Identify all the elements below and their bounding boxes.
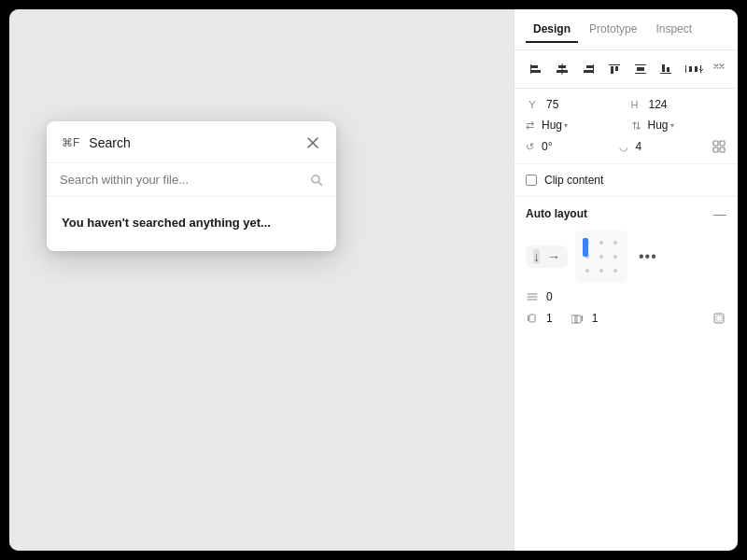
svg-rect-17 bbox=[667, 67, 669, 72]
grid-active-bar bbox=[583, 238, 588, 257]
spacing-row: 0 bbox=[526, 290, 726, 303]
right-panel: Design Prototype Inspect bbox=[514, 9, 738, 551]
grid-dot-8 bbox=[599, 269, 603, 273]
svg-rect-3 bbox=[530, 64, 531, 74]
corner-group: ◡ 4 bbox=[619, 140, 709, 153]
auto-layout-collapse-icon[interactable]: — bbox=[713, 206, 726, 221]
align-bottom-icon[interactable] bbox=[656, 58, 677, 80]
align-right-icon[interactable] bbox=[578, 58, 599, 80]
svg-rect-8 bbox=[584, 70, 593, 73]
padding-all-icon[interactable] bbox=[712, 311, 726, 326]
padding-left-value[interactable]: 1 bbox=[546, 312, 553, 325]
alignment-grid[interactable] bbox=[575, 231, 627, 283]
width-hug-label: Hug bbox=[542, 119, 562, 132]
grid-dot-7 bbox=[585, 269, 589, 273]
svg-rect-10 bbox=[611, 66, 613, 74]
grid-dot-2 bbox=[599, 241, 603, 245]
search-input[interactable] bbox=[60, 173, 303, 187]
corner-value[interactable]: 4 bbox=[636, 140, 709, 153]
rotation-group: ↺ 0° bbox=[526, 140, 615, 153]
rotation-value[interactable]: 0° bbox=[542, 140, 615, 153]
more-options-btn[interactable]: ••• bbox=[639, 248, 657, 265]
keyboard-shortcut-badge: ⌘F bbox=[62, 136, 79, 149]
y-value[interactable]: 75 bbox=[546, 98, 625, 111]
grid-dot-6 bbox=[613, 255, 617, 259]
padding-row: 1 1 bbox=[526, 311, 726, 326]
direction-right-btn[interactable]: → bbox=[547, 249, 560, 264]
tab-prototype[interactable]: Prototype bbox=[582, 17, 644, 43]
search-input-area bbox=[47, 163, 336, 197]
clip-content-checkbox[interactable] bbox=[526, 175, 537, 186]
distribute-dropdown-icon[interactable] bbox=[682, 58, 706, 80]
svg-rect-15 bbox=[635, 73, 646, 74]
search-popup-title: Search bbox=[89, 135, 130, 150]
search-close-button[interactable] bbox=[304, 134, 321, 151]
wh-hug-row: ⇄ Hug ▾ ⇄ Hug ▾ bbox=[526, 119, 726, 132]
width-icon: ⇄ bbox=[526, 119, 534, 132]
width-hug-dropdown[interactable]: Hug ▾ bbox=[542, 119, 568, 132]
svg-rect-31 bbox=[582, 315, 583, 321]
auto-layout-title: Auto layout bbox=[526, 207, 713, 220]
h-value[interactable]: 124 bbox=[649, 98, 727, 111]
direction-group: ↓ → bbox=[526, 245, 568, 268]
align-left-icon[interactable] bbox=[526, 58, 546, 80]
height-dropdown-arrow: ▾ bbox=[670, 121, 674, 130]
search-popup-header: ⌘F Search bbox=[47, 121, 336, 163]
collapse-icon[interactable] bbox=[712, 62, 726, 77]
search-empty-state: You haven't searched anything yet... bbox=[47, 197, 336, 251]
svg-rect-7 bbox=[586, 65, 593, 68]
search-popup: ⌘F Search You hav bbox=[47, 121, 336, 251]
search-empty-text: You haven't searched anything yet... bbox=[62, 216, 271, 230]
svg-rect-24 bbox=[720, 141, 725, 146]
padding-right-value[interactable]: 1 bbox=[592, 312, 599, 325]
clip-content-label: Clip content bbox=[544, 174, 603, 187]
svg-rect-16 bbox=[662, 64, 665, 72]
svg-rect-2 bbox=[530, 70, 541, 73]
padding-right-icon bbox=[571, 312, 585, 325]
rotation-icon: ↺ bbox=[526, 141, 534, 153]
distribute-v-icon[interactable] bbox=[630, 58, 651, 80]
tab-inspect[interactable]: Inspect bbox=[648, 17, 699, 43]
spacing-icon bbox=[526, 290, 539, 303]
svg-rect-1 bbox=[530, 65, 538, 68]
canvas-area: ⌘F Search You hav bbox=[9, 9, 514, 551]
svg-rect-21 bbox=[695, 66, 698, 72]
svg-rect-25 bbox=[713, 147, 718, 152]
svg-point-0 bbox=[312, 175, 319, 183]
align-center-h-icon[interactable] bbox=[552, 58, 572, 80]
width-dropdown-arrow: ▾ bbox=[564, 121, 568, 130]
svg-rect-18 bbox=[660, 73, 671, 74]
height-hug-dropdown[interactable]: Hug ▾ bbox=[648, 119, 674, 132]
svg-rect-28 bbox=[529, 315, 535, 322]
corner-icon: ◡ bbox=[619, 141, 628, 153]
search-icon bbox=[310, 174, 323, 187]
svg-rect-13 bbox=[637, 67, 644, 71]
svg-rect-11 bbox=[615, 66, 618, 71]
height-icon: ⇄ bbox=[630, 121, 642, 130]
rotation-corner-row: ↺ 0° ◡ 4 bbox=[526, 139, 726, 154]
svg-rect-32 bbox=[714, 314, 724, 323]
grid-dot-3 bbox=[613, 241, 617, 245]
constraints-icon[interactable] bbox=[712, 139, 726, 154]
tab-design[interactable]: Design bbox=[526, 17, 578, 43]
svg-rect-6 bbox=[561, 63, 562, 75]
svg-rect-26 bbox=[720, 147, 725, 152]
height-hug-label: Hug bbox=[648, 119, 669, 132]
spacing-value[interactable]: 0 bbox=[546, 290, 553, 303]
width-hug-group: ⇄ Hug ▾ bbox=[526, 119, 621, 132]
svg-rect-20 bbox=[689, 66, 692, 72]
properties-section: Y 75 H 124 ⇄ Hug ▾ ⇄ bbox=[514, 89, 738, 164]
align-top-icon[interactable] bbox=[604, 58, 625, 80]
panel-tabs: Design Prototype Inspect bbox=[514, 9, 738, 50]
h-label: H bbox=[628, 99, 641, 110]
auto-layout-header: Auto layout — bbox=[526, 206, 726, 221]
y-h-row: Y 75 H 124 bbox=[526, 98, 726, 111]
svg-rect-29 bbox=[571, 315, 577, 323]
svg-rect-19 bbox=[685, 65, 686, 73]
grid-dot-5 bbox=[599, 255, 603, 259]
padding-left-icon bbox=[526, 312, 539, 325]
svg-rect-27 bbox=[528, 315, 529, 321]
direction-down-btn[interactable]: ↓ bbox=[533, 249, 540, 264]
alignment-grid-container: ••• bbox=[575, 231, 657, 283]
svg-rect-9 bbox=[593, 64, 594, 74]
